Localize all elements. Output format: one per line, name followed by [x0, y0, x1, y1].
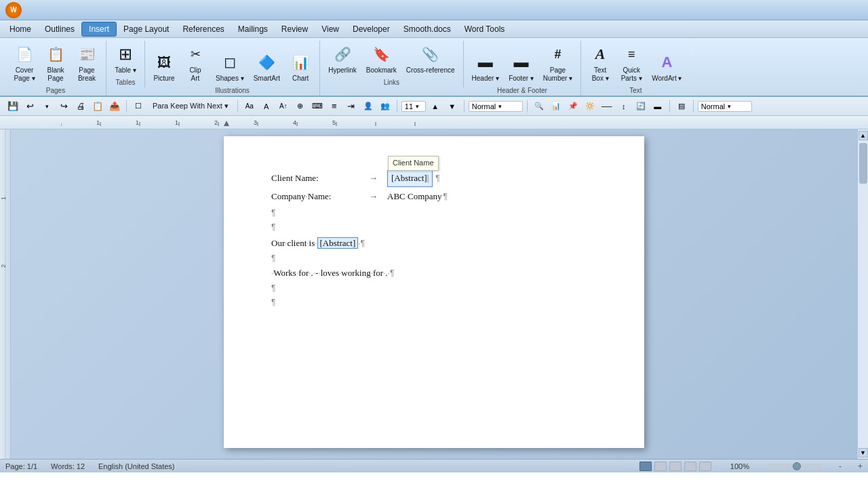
cross-reference-button[interactable]: 📎 Cross-reference: [402, 41, 459, 77]
zoom-in-button[interactable]: +: [858, 462, 863, 471]
zoom-out-button[interactable]: -: [839, 462, 842, 471]
client-inline-field[interactable]: [Abstract]: [317, 237, 359, 249]
bookmark-button[interactable]: 🔖 Bookmark: [362, 41, 401, 77]
draft-view[interactable]: [699, 462, 711, 471]
scroll-thumb[interactable]: [859, 143, 867, 184]
text-group-label: Text: [629, 87, 642, 94]
document-scroll[interactable]: Client·Name: → Client Name [Abstract]| ¶…: [11, 129, 857, 459]
picture-button[interactable]: 🖼 Picture: [149, 49, 179, 85]
undo-button[interactable]: ↩: [22, 99, 37, 114]
misc7[interactable]: 📌: [566, 99, 580, 114]
ruler-svg: 1 1 1 2 3 4 5: [61, 117, 454, 129]
font-grow[interactable]: A↑: [276, 99, 291, 114]
print-layout-view[interactable]: [639, 462, 652, 471]
web-layout-view[interactable]: [669, 462, 682, 471]
text-box-icon: A: [589, 43, 611, 65]
links-group-label: Links: [384, 79, 399, 86]
empty-line-2: ¶: [271, 221, 597, 234]
menu-view[interactable]: View: [315, 22, 346, 36]
menu-insert[interactable]: Insert: [81, 22, 117, 37]
menu-references[interactable]: References: [176, 22, 231, 36]
header-label: Header ▾: [472, 75, 500, 83]
misc12[interactable]: ▬: [650, 99, 665, 114]
page-number-button[interactable]: # PageNumber ▾: [539, 41, 576, 85]
menu-word-tools[interactable]: Word Tools: [458, 22, 512, 36]
save-button[interactable]: 💾: [5, 99, 20, 114]
redo-button[interactable]: ↪: [56, 99, 71, 114]
ribbon-group-header-footer: ▬ Header ▾ ▬ Footer ▾ # PageNumber ▾ Hea…: [464, 41, 582, 96]
footer-button[interactable]: ▬ Footer ▾: [505, 49, 538, 85]
undo-list-button[interactable]: ▾: [39, 99, 54, 114]
vertical-scrollbar[interactable]: ▲ ▼: [857, 129, 868, 459]
chart-button[interactable]: 📊 Chart: [285, 49, 315, 85]
full-reading-view[interactable]: [654, 462, 667, 471]
page-break-button[interactable]: 📰 PageBreak: [72, 41, 102, 85]
works-for-text: ·Works·for·.·-·loves·working·for·.: [271, 268, 388, 278]
quick1[interactable]: 📋: [90, 99, 105, 114]
misc8[interactable]: 🔆: [583, 99, 597, 114]
indent[interactable]: ⇥: [344, 99, 359, 114]
checkbox-btn[interactable]: ☐: [131, 99, 146, 114]
wordart-button[interactable]: A WordArt ▾: [648, 49, 686, 85]
zoom-level: 100%: [730, 462, 749, 470]
font-size-up[interactable]: ▲: [428, 99, 443, 114]
misc1[interactable]: ⊕: [293, 99, 308, 114]
shapes-button[interactable]: ◻ Shapes ▾: [212, 49, 248, 85]
font-size-value: 11: [405, 102, 413, 110]
view-toggle[interactable]: ▤: [674, 99, 689, 114]
hyperlink-button[interactable]: 🔗 Hyperlink: [324, 41, 361, 77]
align-left[interactable]: ≡: [327, 99, 342, 114]
misc5[interactable]: 🔍: [532, 99, 547, 114]
zoom-slider[interactable]: [767, 464, 821, 469]
misc9[interactable]: ──: [599, 99, 614, 114]
zoom-thumb[interactable]: [793, 462, 801, 470]
outline-view[interactable]: [684, 462, 696, 471]
misc10[interactable]: ↕: [616, 99, 631, 114]
misc3[interactable]: 👤: [361, 99, 376, 114]
toolbar-separator-4: [464, 100, 465, 113]
font-dialog[interactable]: Aa: [242, 99, 257, 114]
header-footer-group-label: Header & Footer: [497, 87, 547, 94]
page-break-label: PageBreak: [78, 66, 96, 83]
misc11[interactable]: 🔄: [633, 99, 648, 114]
horizontal-ruler: 1 1 1 2 3 4 5: [0, 116, 868, 129]
blank-page-label: BlankPage: [47, 66, 64, 83]
client-arrow: →: [369, 171, 378, 186]
menu-page-layout[interactable]: Page Layout: [117, 22, 176, 36]
text-box-button[interactable]: A TextBox ▾: [585, 41, 615, 85]
smartart-button[interactable]: 🔷 SmartArt: [250, 49, 284, 85]
menu-review[interactable]: Review: [275, 22, 315, 36]
table-button[interactable]: ⊞ Table ▾: [111, 41, 140, 77]
works-for-row: ·Works·for·.·-·loves·working·for·.·¶: [271, 266, 597, 281]
paragraph-style-dropdown[interactable]: Normal ▾: [469, 101, 523, 112]
ribbon: 📄 CoverPage ▾ 📋 BlankPage 📰 PageBreak Pa…: [0, 38, 868, 97]
header-button[interactable]: ▬ Header ▾: [468, 49, 504, 85]
misc2[interactable]: ⌨: [310, 99, 325, 114]
picture-icon: 🖼: [153, 52, 175, 73]
menu-outlines[interactable]: Outlines: [38, 22, 81, 36]
style-dropdown-2[interactable]: Normal ▾: [698, 101, 752, 112]
scroll-up-button[interactable]: ▲: [859, 131, 868, 140]
menu-developer[interactable]: Developer: [346, 22, 397, 36]
blank-page-button[interactable]: 📋 BlankPage: [41, 41, 71, 85]
svg-text:1: 1: [175, 119, 178, 126]
quick-parts-button[interactable]: ≡ QuickParts ▾: [616, 41, 646, 85]
client-name-field[interactable]: Client Name [Abstract]|: [387, 170, 433, 187]
scroll-down-button[interactable]: ▼: [859, 448, 868, 458]
print-button[interactable]: 🖨: [73, 99, 88, 114]
quick-parts-icon: ≡: [620, 43, 642, 65]
menu-smooth-docs[interactable]: Smooth.docs: [397, 22, 458, 36]
quick2[interactable]: 📤: [107, 99, 122, 114]
font-size-btn[interactable]: A: [259, 99, 274, 114]
header-icon: ▬: [475, 52, 496, 73]
font-size-input[interactable]: 11 ▾: [401, 101, 426, 112]
style-dropdown[interactable]: Para Keep With Next ▾: [148, 100, 233, 113]
cover-page-button[interactable]: 📄 CoverPage ▾: [9, 41, 39, 85]
misc4[interactable]: 👥: [378, 99, 393, 114]
misc6[interactable]: 📊: [549, 99, 564, 114]
menu-mailings[interactable]: Mailings: [231, 22, 275, 36]
ribbon-group-illustrations: 🖼 Picture ✂ ClipArt ◻ Shapes ▾ 🔷 SmartAr…: [145, 41, 320, 96]
font-size-down[interactable]: ▼: [445, 99, 460, 114]
clip-art-button[interactable]: ✂ ClipArt: [180, 41, 210, 85]
menu-home[interactable]: Home: [3, 22, 38, 36]
